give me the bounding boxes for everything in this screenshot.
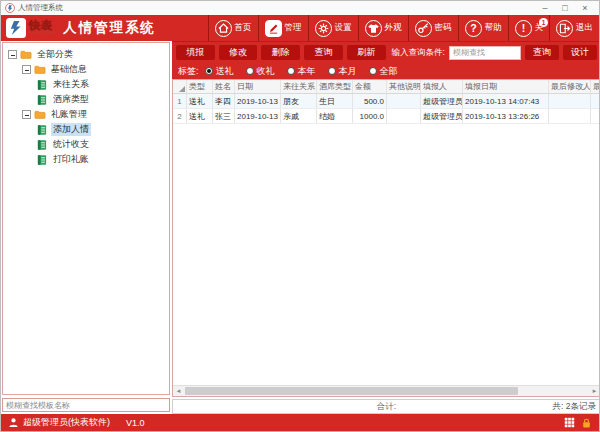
folder-icon bbox=[34, 64, 46, 76]
tree-item-0[interactable]: 全部分类 bbox=[3, 47, 169, 62]
table-cell bbox=[387, 94, 421, 108]
column-header-8[interactable]: 填报日期 bbox=[463, 80, 549, 93]
table-row-0[interactable]: 1送礼李四2019-10-13朋友生日500.0超级管理员2019-10-13 … bbox=[173, 94, 600, 109]
nav-about[interactable]: !关1 bbox=[508, 15, 550, 41]
nav-help[interactable]: ?帮助 bbox=[458, 15, 508, 41]
row-number: 1 bbox=[173, 94, 187, 108]
minimize-button[interactable]: – bbox=[535, 2, 555, 15]
scroll-left-arrow-icon[interactable]: ◄ bbox=[173, 386, 184, 396]
current-user: 超级管理员(快表软件) bbox=[23, 416, 110, 429]
status-bar: 超级管理员(快表软件) V1.0 bbox=[1, 414, 599, 431]
column-header-6[interactable]: 其他说明 bbox=[387, 80, 421, 93]
column-header-9[interactable]: 最后修改人 bbox=[549, 80, 591, 93]
table-cell: 500.0 bbox=[353, 94, 387, 108]
table-cell bbox=[591, 109, 600, 123]
column-header-10[interactable]: 最后修改 bbox=[591, 80, 600, 93]
app-header: 快表 KUAI BIAO 人情管理系统 首页管理设置外观密码?帮助!关1退出 bbox=[1, 15, 599, 41]
scrollbar-thumb[interactable] bbox=[185, 387, 518, 395]
page-title: 人情管理系统 bbox=[63, 19, 156, 37]
tree-item-label: 礼账管理 bbox=[49, 108, 89, 121]
nav-home[interactable]: 首页 bbox=[208, 15, 258, 41]
refresh-button[interactable]: 刷新 bbox=[347, 45, 386, 60]
filter-radio-4[interactable]: 全部 bbox=[369, 65, 398, 78]
tree-item-7[interactable]: 打印礼账 bbox=[3, 152, 169, 167]
column-header-5[interactable]: 金额 bbox=[353, 80, 387, 93]
radio-icon bbox=[287, 67, 295, 75]
maximize-button[interactable]: □ bbox=[555, 2, 575, 15]
radio-label: 本年 bbox=[298, 65, 316, 78]
nav-appearance[interactable]: 外观 bbox=[358, 15, 408, 41]
collapse-icon[interactable] bbox=[22, 65, 31, 74]
query-condition-input[interactable] bbox=[449, 46, 521, 60]
nav-label: 管理 bbox=[285, 22, 302, 34]
search-button[interactable]: 查询 bbox=[525, 45, 559, 60]
main-region: 填报修改删除查询刷新输入查询条件: 查询设计 标签: 送礼收礼本年本月全部 类型… bbox=[172, 41, 600, 414]
table-row-1[interactable]: 2送礼张三2019-10-13亲戚结婚1000.0超级管理员2019-10-13… bbox=[173, 109, 600, 124]
collapse-icon[interactable] bbox=[22, 110, 31, 119]
filter-label: 标签: bbox=[178, 65, 199, 78]
horizontal-scrollbar[interactable]: ◄ ► bbox=[173, 385, 600, 396]
close-button[interactable]: × bbox=[575, 2, 595, 15]
lock-icon[interactable] bbox=[581, 417, 592, 429]
nav-settings[interactable]: 设置 bbox=[308, 15, 358, 41]
form-icon bbox=[36, 124, 48, 136]
column-header-7[interactable]: 填报人 bbox=[421, 80, 463, 93]
data-grid-panel: 类型姓名日期来往关系酒席类型金额其他说明填报人填报日期最后修改人最后修改 1送礼… bbox=[172, 79, 600, 397]
tree-item-6[interactable]: 统计收支 bbox=[3, 137, 169, 152]
grid-view-icon[interactable] bbox=[564, 417, 575, 428]
column-header-0[interactable]: 类型 bbox=[187, 80, 213, 93]
design-button[interactable]: 设计 bbox=[563, 45, 597, 60]
window-controls: – □ × bbox=[535, 2, 595, 15]
form-icon bbox=[36, 154, 48, 166]
nav-exit[interactable]: 退出 bbox=[549, 15, 599, 41]
titlebar: 人情管理系统 – □ × bbox=[1, 1, 599, 15]
select-all-corner[interactable] bbox=[173, 80, 187, 93]
home-icon bbox=[215, 20, 232, 37]
fill-report-button[interactable]: 填报 bbox=[176, 45, 215, 60]
table-cell: 张三 bbox=[213, 109, 235, 123]
summary-row: 合计: 共: 2条记录 bbox=[172, 399, 600, 414]
table-cell: 送礼 bbox=[187, 94, 213, 108]
app-window: 人情管理系统 – □ × 快表 KUAI BIAO 人情管理系统 首页管理设置外… bbox=[0, 0, 600, 432]
table-cell: 李四 bbox=[213, 94, 235, 108]
table-cell bbox=[549, 94, 591, 108]
logo-text: 快表 KUAI BIAO bbox=[29, 20, 56, 36]
column-header-2[interactable]: 日期 bbox=[235, 80, 281, 93]
query-button[interactable]: 查询 bbox=[304, 45, 343, 60]
nav-password[interactable]: 密码 bbox=[408, 15, 458, 41]
scroll-right-arrow-icon[interactable]: ► bbox=[589, 386, 600, 396]
column-header-1[interactable]: 姓名 bbox=[213, 80, 235, 93]
folder-icon bbox=[34, 109, 46, 121]
form-icon bbox=[36, 139, 48, 151]
tree-item-label: 全部分类 bbox=[35, 48, 75, 61]
filter-radio-2[interactable]: 本年 bbox=[287, 65, 316, 78]
tree-item-3[interactable]: 酒席类型 bbox=[3, 92, 169, 107]
table-cell: 朋友 bbox=[281, 94, 317, 108]
edit-icon bbox=[265, 20, 282, 37]
shirt-icon bbox=[365, 20, 382, 37]
column-header-3[interactable]: 来往关系 bbox=[281, 80, 317, 93]
tree-item-label: 基础信息 bbox=[49, 63, 89, 76]
nav-label: 退出 bbox=[576, 22, 593, 34]
modify-button[interactable]: 修改 bbox=[219, 45, 258, 60]
template-search-input[interactable] bbox=[2, 398, 170, 412]
tree-item-2[interactable]: 来往关系 bbox=[3, 77, 169, 92]
column-header-4[interactable]: 酒席类型 bbox=[317, 80, 353, 93]
filter-radio-0[interactable]: 送礼 bbox=[205, 65, 234, 78]
tree-item-label: 统计收支 bbox=[51, 138, 91, 151]
svg-text:?: ? bbox=[470, 22, 477, 34]
tree-item-5[interactable]: 添加人情 bbox=[3, 122, 169, 137]
key-icon bbox=[415, 20, 432, 37]
svg-text:!: ! bbox=[521, 22, 525, 34]
user-icon bbox=[8, 417, 19, 428]
delete-button[interactable]: 删除 bbox=[261, 45, 300, 60]
nav-manage[interactable]: 管理 bbox=[258, 15, 308, 41]
filter-radio-3[interactable]: 本月 bbox=[328, 65, 357, 78]
question-icon: ? bbox=[465, 20, 482, 37]
tree-item-1[interactable]: 基础信息 bbox=[3, 62, 169, 77]
filter-radio-1[interactable]: 收礼 bbox=[246, 65, 275, 78]
collapse-icon[interactable] bbox=[8, 50, 17, 59]
category-tree-panel: 全部分类基础信息来往关系酒席类型礼账管理添加人情统计收支打印礼账 bbox=[2, 42, 170, 395]
radio-label: 送礼 bbox=[216, 65, 234, 78]
tree-item-4[interactable]: 礼账管理 bbox=[3, 107, 169, 122]
